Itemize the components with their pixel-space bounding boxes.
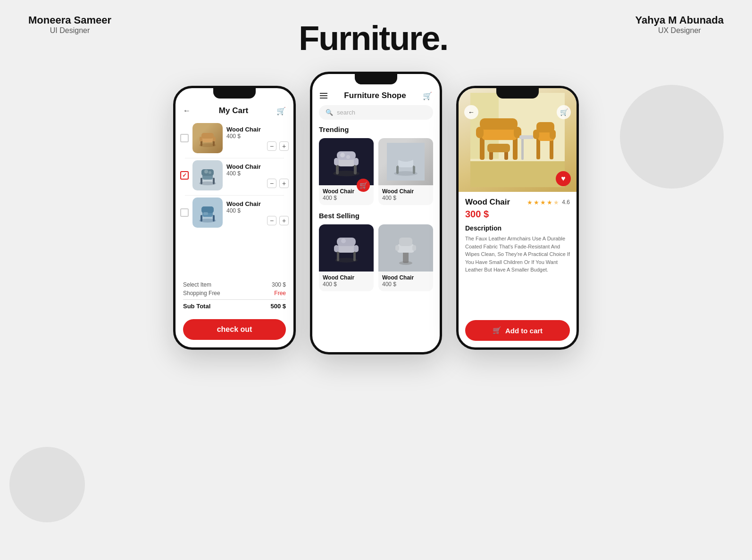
svg-point-35 [396,150,415,162]
item2-image [192,160,223,190]
shop-content: Trending [312,125,440,352]
svg-rect-51 [399,238,412,246]
svg-rect-61 [480,118,518,130]
menu-icon[interactable] [320,93,327,99]
svg-point-28 [340,153,345,157]
svg-rect-22 [336,164,339,174]
checkout-button[interactable]: check out [183,319,286,340]
svg-rect-23 [354,164,357,174]
item3-checkbox[interactable] [180,208,189,217]
item2-minus-btn[interactable]: − [267,179,276,188]
designer1-info: Moneera Sameer UI Designer [28,14,111,35]
add-to-cart-button[interactable]: 🛒 Add to cart [465,320,570,341]
item3-info: Wood Chair 400 $ − + [226,200,289,225]
select-item-label: Select Item [183,281,211,288]
trending-grid: Wood Chair 400 $ 🛒 [319,138,433,205]
bestselling-product2-price: 400 $ [382,281,429,288]
cart-items-list: Wood Chair 400 $ − + [175,120,293,277]
item2-info: Wood Chair 400 $ − + [226,163,289,188]
detail-back-button[interactable]: ← [464,105,478,119]
description-text: The Faux Leather Armchairs Use A Durable… [465,235,570,274]
svg-point-46 [341,239,346,243]
svg-rect-67 [521,138,524,160]
item3-minus-btn[interactable]: − [267,216,276,225]
heart-button[interactable]: ♥ [556,171,571,186]
svg-rect-5 [200,137,202,141]
decorative-circle-2 [9,447,85,522]
stars-row: ★ ★ ★ ★ ★ 4.6 [527,199,570,206]
page-title: Furniture. [299,19,448,58]
select-item-row: Select Item 300 $ [183,281,286,288]
cart-item: Wood Chair 400 $ − + [180,198,289,228]
phone-detail: ← 🛒 ♥ Wood Chair ★ ★ ★ ★ ★ 4.6 [456,86,579,350]
svg-rect-8 [201,178,202,184]
item2-name: Wood Chair [226,163,289,170]
item2-qty-controls: − + [226,179,289,188]
item1-plus-btn[interactable]: + [279,141,289,151]
cart-item: Wood Chair 400 $ − + [180,160,289,190]
trending-product1-add-btn[interactable]: 🛒 [357,179,370,192]
designer1-name: Moneera Sameer [28,14,111,26]
svg-rect-73 [533,130,539,139]
star5: ★ [553,199,559,206]
svg-rect-62 [476,127,484,138]
trending-product-2[interactable]: Wood Chair 400 $ [378,138,433,205]
bestselling-product2-info: Wood Chair 400 $ [378,272,433,291]
item3-price: 400 $ [226,207,289,214]
item1-image [192,123,223,153]
detail-price: 300 $ [465,209,570,220]
phone-shop: Furniture Shope 🛒 🔍 search Trending [310,72,442,354]
cart-screen: ← My Cart 🛒 [175,88,293,347]
item1-qty-controls: − + [226,141,289,151]
page-title-container: Furniture. [299,19,448,58]
bestselling-img-1 [319,224,374,272]
trending-product1-price: 400 $ [323,195,370,201]
trending-img-2 [378,138,433,185]
description-title: Description [465,224,570,232]
trending-product2-name: Wood Chair [382,188,429,195]
search-input[interactable]: search [337,109,426,116]
item2-checkbox[interactable] [180,171,189,180]
phone2-notch [355,74,397,84]
detail-screen: ← 🛒 ♥ Wood Chair ★ ★ ★ ★ ★ 4.6 [459,88,577,347]
item1-info: Wood Chair 400 $ − + [226,126,289,151]
cart-item: Wood Chair 400 $ − + [180,123,289,153]
shop-header: Furniture Shope 🛒 [312,87,440,105]
item2-plus-btn[interactable]: + [279,179,289,188]
bestselling-product1-info: Wood Chair 400 $ [319,272,374,291]
item1-price: 400 $ [226,133,289,140]
svg-rect-40 [337,251,339,261]
shopping-free-value: Free [274,290,286,296]
bestselling-product-1[interactable]: Wood Chair 400 $ [319,224,374,291]
svg-rect-44 [334,245,339,252]
bestselling-img-2 [378,224,433,272]
designer2-role: UX Designer [635,26,724,35]
select-item-value: 300 $ [272,281,286,288]
cart-icon[interactable]: 🛒 [276,107,286,115]
cart-title: My Cart [191,106,276,115]
designer1-role: UI Designer [28,26,111,35]
svg-rect-68 [519,135,534,139]
svg-point-49 [399,261,412,265]
trending-product-1[interactable]: Wood Chair 400 $ 🛒 [319,138,374,205]
subtotal-label: Sub Total [183,303,210,310]
trending-product2-info: Wood Chair 400 $ [378,185,433,205]
item1-minus-btn[interactable]: − [267,141,276,151]
trending-title: Trending [319,125,433,133]
item1-checkbox[interactable] [180,134,189,142]
designer2-info: Yahya M Abunada UX Designer [635,14,724,35]
back-icon[interactable]: ← [183,107,191,115]
svg-rect-36 [394,160,398,166]
svg-rect-19 [203,212,208,215]
best-selling-title: Best Selling [319,212,433,220]
detail-cart-button[interactable]: 🛒 [557,105,571,119]
item3-image [192,198,223,228]
svg-rect-41 [353,251,356,261]
shop-cart-icon[interactable]: 🛒 [423,91,432,100]
bestselling-product-2[interactable]: Wood Chair 400 $ [378,224,433,291]
item3-plus-btn[interactable]: + [279,216,289,225]
search-bar[interactable]: 🔍 search [319,105,433,120]
trending-product2-price: 400 $ [382,195,429,201]
bestselling-product1-price: 400 $ [323,281,370,288]
svg-rect-33 [413,165,415,174]
